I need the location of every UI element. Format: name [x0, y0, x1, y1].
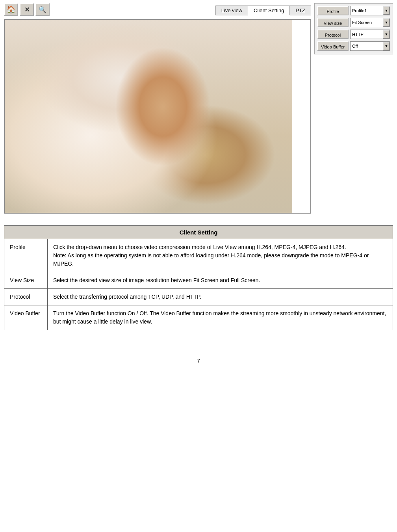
- baby-image: [5, 20, 292, 213]
- video-buffer-dropdown-arrow[interactable]: ▼: [383, 42, 390, 50]
- video-buffer-select[interactable]: Off ▼: [350, 41, 390, 51]
- cell-label-2: Protocol: [4, 289, 48, 305]
- cell-desc-1: Select the desired view size of image re…: [48, 272, 393, 289]
- tab-live-view[interactable]: Live view: [216, 6, 248, 15]
- view-size-dropdown-arrow[interactable]: ▼: [383, 18, 390, 27]
- protocol-setting-row: Protocol HTTP ▼: [317, 30, 390, 39]
- profile-select[interactable]: Profile1 ▼: [350, 6, 390, 15]
- table-title: Client Setting: [4, 226, 393, 239]
- cell-label-3: Video Buffer: [4, 305, 48, 330]
- video-area: [4, 19, 311, 214]
- cell-desc-0: Click the drop-down menu to choose video…: [48, 239, 393, 272]
- protocol-select[interactable]: HTTP ▼: [350, 30, 390, 39]
- toolbar: 🏠 ✕ 🔍: [4, 3, 50, 16]
- close-icon: ✕: [24, 6, 30, 13]
- protocol-value: HTTP: [351, 30, 383, 39]
- profile-setting-row: Profile Profile1 ▼: [317, 6, 390, 15]
- home-icon: 🏠: [7, 5, 15, 14]
- search-icon: 🔍: [39, 6, 46, 13]
- table-row: Video BufferTurn the Video Buffer functi…: [4, 305, 393, 330]
- cell-desc-2: Select the transferring protocol among T…: [48, 289, 393, 305]
- protocol-label-button[interactable]: Protocol: [317, 30, 349, 39]
- table-row: ProfileClick the drop-down menu to choos…: [4, 239, 393, 272]
- cell-label-0: Profile: [4, 239, 48, 272]
- view-size-label-button[interactable]: View size: [317, 18, 349, 27]
- page-number: 7: [0, 358, 397, 364]
- client-setting-table: Client Setting ProfileClick the drop-dow…: [4, 225, 393, 330]
- home-button[interactable]: 🏠: [4, 3, 18, 16]
- bottom-section: Client Setting ProfileClick the drop-dow…: [0, 214, 397, 346]
- view-size-select[interactable]: Fit Screen ▼: [350, 18, 390, 27]
- video-feed: [5, 20, 292, 213]
- profile-value: Profile1: [351, 6, 383, 15]
- view-size-setting-row: View size Fit Screen ▼: [317, 18, 390, 27]
- profile-dropdown-arrow[interactable]: ▼: [383, 6, 390, 15]
- tab-ptz[interactable]: PTZ: [290, 6, 311, 15]
- view-size-value: Fit Screen: [351, 18, 383, 27]
- video-buffer-setting-row: Video Buffer Off ▼: [317, 41, 390, 51]
- protocol-dropdown-arrow[interactable]: ▼: [383, 30, 390, 39]
- right-panel: Profile Profile1 ▼ View size Fit Screen …: [314, 3, 393, 54]
- video-buffer-label-button[interactable]: Video Buffer: [317, 41, 349, 51]
- cell-desc-3: Turn the Video Buffer function On / Off.…: [48, 305, 393, 330]
- tab-client-setting[interactable]: Client Setting: [248, 6, 290, 15]
- profile-label-button[interactable]: Profile: [317, 6, 349, 15]
- video-buffer-value: Off: [351, 41, 383, 51]
- table-row: ProtocolSelect the transferring protocol…: [4, 289, 393, 305]
- cell-label-1: View Size: [4, 272, 48, 289]
- search-button[interactable]: 🔍: [35, 3, 50, 16]
- tab-bar: Live view Client Setting PTZ: [215, 6, 311, 15]
- close-button[interactable]: ✕: [20, 3, 34, 16]
- table-row: View SizeSelect the desired view size of…: [4, 272, 393, 289]
